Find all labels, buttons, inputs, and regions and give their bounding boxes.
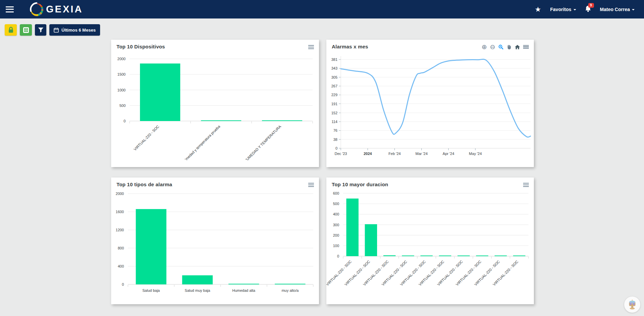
svg-text:300: 300 [333,223,339,227]
grid-icon [23,27,29,33]
filter-toolbar: Últimos 6 Meses [5,24,100,36]
logo-dots [27,0,45,18]
svg-text:VIRTUAL-220 - SOC: VIRTUAL-220 - SOC [133,124,160,152]
svg-text:343: 343 [331,66,337,70]
svg-text:600: 600 [333,191,339,195]
caret-down-icon [573,9,576,10]
svg-text:500: 500 [120,104,126,108]
svg-text:267: 267 [331,84,337,88]
brand-logo: GEXIA [27,0,83,18]
svg-text:0: 0 [124,119,126,123]
panel-top-10-tipos-alarma: Top 10 tipos de alarma 04008001200160020… [111,177,319,304]
svg-text:2000: 2000 [118,57,126,61]
svg-text:Salud baja: Salud baja [142,288,160,292]
lock-icon [8,27,14,33]
svg-text:muy alto/a: muy alto/a [282,288,299,292]
calendar-icon [54,28,59,33]
date-range-button[interactable]: Últimos 6 Meses [49,24,100,36]
notification-badge: 9 [588,3,594,8]
svg-text:Humedad alta: Humedad alta [232,288,256,292]
svg-text:229: 229 [331,93,337,97]
caret-down-icon [632,9,635,10]
bar-chart-dispositivos: 0500100015002000VIRTUAL-220 - SOC'medad … [111,40,319,167]
favorites-label: Favoritos [550,7,571,12]
filter-button[interactable] [35,24,46,36]
svg-text:1600: 1600 [116,210,124,214]
bar-chart-tipos-alarma: 0400800120016002000Salud bajaSalud muy b… [111,177,319,304]
svg-text:305: 305 [331,75,337,79]
svg-text:May '24: May '24 [469,152,482,156]
svg-text:400: 400 [333,212,339,216]
date-range-label: Últimos 6 Meses [61,28,96,33]
brand-name: GEXIA [46,4,83,15]
notifications-button[interactable]: 9 [585,5,591,13]
svg-text:500: 500 [333,202,339,206]
panel-top-10-mayor-duracion: Top 10 mayor duracion 010020030040050060… [326,177,534,304]
bar-chart-mayor-duracion: 0100200300400500600VIRTUAL-220 - SOCVIRT… [326,177,534,304]
svg-text:114: 114 [331,120,337,124]
svg-text:800: 800 [118,246,124,250]
svg-text:Salud muy baja: Salud muy baja [185,288,211,292]
svg-text:400: 400 [118,264,124,268]
svg-text:Mar '24: Mar '24 [415,152,427,156]
svg-text:100: 100 [333,244,339,248]
panel-alarmas-x-mes: Alarmas x mes ⊕ ⊖ [326,40,534,167]
svg-text:200: 200 [333,233,339,237]
chat-widget-button[interactable] [624,297,640,313]
svg-text:0: 0 [337,254,339,258]
svg-text:1000: 1000 [118,88,126,92]
svg-text:'medad y temperatura prueba: 'medad y temperatura prueba [184,124,221,161]
svg-text:'UMEDAD Y TEMPERATURA: 'UMEDAD Y TEMPERATURA [245,124,282,161]
star-icon[interactable]: ★ [535,6,541,13]
svg-text:0: 0 [122,282,124,286]
robot-icon [627,299,637,310]
svg-text:Apr '24: Apr '24 [443,152,454,156]
line-chart-alarmas[interactable]: 03876114152191229267305343381Dec '232024… [326,40,534,167]
panel-top-10-dispositivos: Top 10 Dispositivos 0500100015002000VIRT… [111,40,319,167]
favorites-menu[interactable]: Favoritos [550,7,576,12]
svg-text:1200: 1200 [116,228,124,232]
filter-icon [38,27,44,33]
user-name: Mateo Correa [600,7,630,12]
svg-text:152: 152 [331,111,337,115]
svg-text:2024: 2024 [364,152,372,156]
grid-view-button[interactable] [20,24,32,36]
hamburger-icon[interactable] [6,6,14,12]
lock-button[interactable] [5,24,17,36]
svg-text:381: 381 [331,57,337,62]
svg-text:76: 76 [333,128,337,132]
svg-text:2000: 2000 [116,192,124,196]
svg-text:0: 0 [335,146,337,150]
svg-text:Feb '24: Feb '24 [388,152,401,156]
user-menu[interactable]: Mateo Correa [600,7,635,12]
svg-text:Dec '23: Dec '23 [335,152,347,156]
svg-text:38: 38 [333,137,337,142]
svg-text:191: 191 [331,102,337,106]
svg-text:1500: 1500 [118,72,126,76]
app-header: GEXIA ★ Favoritos 9 Mateo Correa [0,0,644,18]
